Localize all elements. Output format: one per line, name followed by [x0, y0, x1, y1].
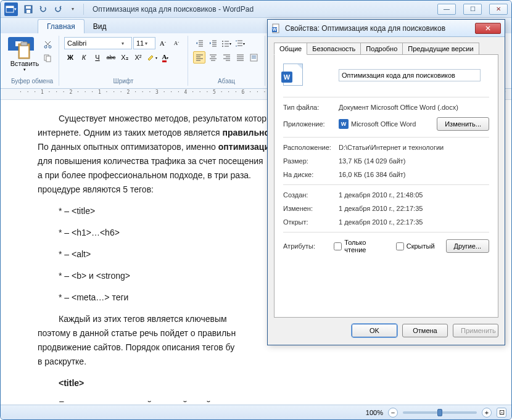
svg-point-9 [44, 46, 47, 48]
indent-left-icon [196, 39, 204, 47]
dialog-tab-details[interactable]: Подробно [360, 43, 403, 55]
list-icon [221, 39, 229, 47]
highlight-button[interactable]: ▾ [146, 51, 158, 64]
align-right-icon [223, 54, 231, 62]
line-spacing-button[interactable]: ▾ [234, 37, 246, 49]
svg-point-10 [49, 46, 51, 48]
zoom-slider[interactable] [403, 411, 477, 414]
zoom-fit-button[interactable]: ⊡ [497, 408, 506, 418]
paragraph-icon [250, 54, 258, 62]
italic-button[interactable]: К [78, 51, 90, 64]
align-right-button[interactable] [220, 51, 233, 64]
tab-home[interactable]: Главная [38, 19, 85, 33]
font-color-button[interactable]: A▾ [159, 51, 171, 64]
line-spacing-icon [235, 39, 243, 47]
increase-indent-button[interactable] [207, 37, 219, 49]
font-size-combo[interactable]: 11▾ [133, 37, 155, 49]
subscript-button[interactable]: X₂ [118, 51, 131, 64]
ok-button[interactable]: OK [352, 324, 397, 337]
align-left-icon [196, 54, 204, 62]
clipboard-icon [17, 41, 33, 60]
svg-rect-7 [21, 42, 27, 46]
svg-rect-1 [6, 6, 14, 8]
bold-button[interactable]: Ж [64, 51, 76, 64]
file-type-icon: W [283, 64, 303, 86]
window-title: Оптимизация кода для поисковиков - WordP… [93, 5, 254, 14]
statusbar: 100% − + ⊡ [1, 405, 511, 419]
group-font: Calibri▾ 11▾ Aˆ Aˇ Ж К Ч abc X₂ X² ▾ A▾ … [59, 36, 188, 86]
close-button[interactable]: ✕ [489, 4, 508, 15]
scissors-icon [44, 41, 52, 49]
svg-rect-8 [20, 46, 28, 57]
cancel-button[interactable]: Отмена [402, 324, 448, 337]
svg-point-15 [222, 46, 223, 47]
dialog-body: W Тип файла:Документ Microsoft Office Wo… [274, 54, 498, 318]
align-center-button[interactable] [207, 51, 219, 64]
window-controls: — ☐ ✕ [437, 4, 508, 15]
shrink-font-button[interactable]: Aˇ [170, 37, 183, 49]
paste-button[interactable]: Вставить ▾ [10, 37, 39, 76]
dialog-tab-security[interactable]: Безопасность [307, 43, 361, 55]
dialog-title: Свойства: Оптимизация кода для поисковик… [285, 24, 445, 33]
indent-right-icon [209, 39, 217, 47]
maximize-button[interactable]: ☐ [463, 4, 482, 15]
svg-rect-4 [27, 10, 30, 13]
word-app-icon: W [339, 119, 349, 129]
font-name-combo[interactable]: Calibri▾ [64, 37, 132, 49]
zoom-out-button[interactable]: − [388, 408, 398, 418]
dialog-close-button[interactable]: ✕ [475, 23, 501, 34]
justify-icon [236, 54, 244, 62]
svg-rect-12 [46, 56, 51, 62]
strike-button[interactable]: abc [105, 51, 117, 64]
copy-button[interactable] [41, 52, 54, 64]
align-center-icon [209, 54, 217, 62]
underline-button[interactable]: Ч [91, 51, 104, 64]
tab-view[interactable]: Вид [85, 20, 115, 33]
svg-rect-3 [26, 6, 31, 9]
justify-button[interactable] [234, 51, 246, 64]
svg-text:W: W [273, 27, 277, 31]
group-clipboard: Вставить ▾ Буфер обмена [6, 36, 59, 86]
file-menu-button[interactable]: ▾ [4, 2, 18, 16]
redo-icon[interactable] [51, 2, 65, 16]
doc-p: в раскрутке. [38, 355, 474, 368]
properties-dialog: W Свойства: Оптимизация кода для поисков… [267, 19, 505, 345]
dialog-tab-previous[interactable]: Предыдущие версии [402, 43, 479, 55]
document-icon: W [271, 23, 281, 33]
cut-button[interactable] [41, 38, 54, 51]
svg-point-13 [222, 41, 223, 42]
other-attrs-button[interactable]: Другие... [446, 239, 489, 253]
highlighter-icon [147, 53, 155, 62]
separator [83, 4, 84, 15]
undo-icon[interactable] [36, 2, 50, 16]
svg-point-14 [222, 43, 223, 44]
zoom-label: 100% [366, 409, 383, 416]
paragraph-dialog-button[interactable] [247, 51, 260, 64]
copy-icon [44, 54, 52, 62]
align-left-button[interactable] [193, 51, 205, 64]
bullets-button[interactable]: ▾ [220, 37, 233, 49]
minimize-button[interactable]: — [437, 4, 456, 15]
zoom-in-button[interactable]: + [482, 408, 492, 418]
hidden-checkbox[interactable]: Скрытый [396, 242, 435, 250]
wordpad-window: ▾ ▾ Оптимизация кода для поисковиков - W… [0, 0, 512, 420]
decrease-indent-button[interactable] [193, 37, 205, 49]
dialog-titlebar[interactable]: W Свойства: Оптимизация кода для поисков… [268, 20, 505, 37]
dialog-tab-general[interactable]: Общие [274, 43, 307, 55]
change-app-button[interactable]: Изменить... [437, 117, 489, 131]
superscript-button[interactable]: X² [132, 51, 144, 64]
qat-dropdown-icon[interactable]: ▾ [66, 2, 80, 16]
doc-heading: <title> [38, 377, 474, 390]
readonly-checkbox[interactable]: Только чтение [334, 239, 384, 253]
dialog-tabs: Общие Безопасность Подробно Предыдущие в… [268, 37, 505, 54]
group-paragraph: ▾ ▾ Абзац [188, 36, 265, 86]
save-icon[interactable] [22, 2, 35, 16]
filename-input[interactable] [339, 69, 481, 81]
apply-button[interactable]: Применить [453, 324, 498, 337]
quick-access-toolbar: ▾ ▾ [4, 2, 80, 16]
doc-p: Если этот тэг не самый главный в сайте, … [38, 398, 474, 402]
dialog-footer: OK Отмена Применить [268, 324, 505, 344]
titlebar: ▾ ▾ Оптимизация кода для поисковиков - W… [1, 1, 511, 18]
grow-font-button[interactable]: Aˆ [157, 37, 169, 49]
